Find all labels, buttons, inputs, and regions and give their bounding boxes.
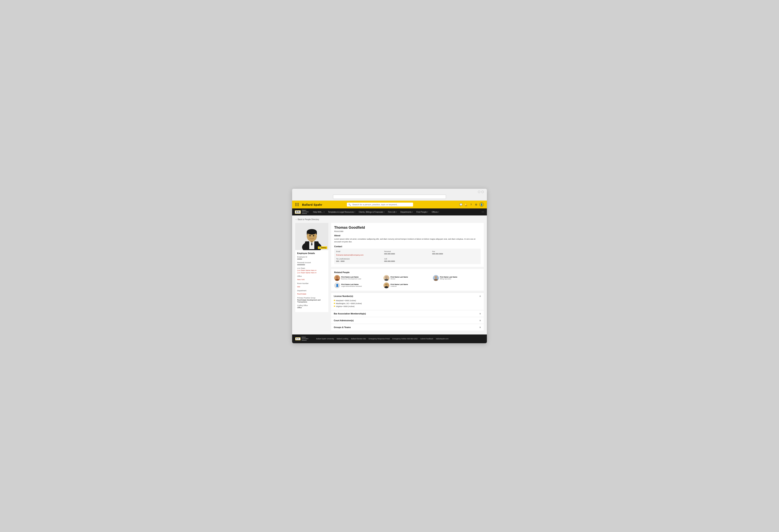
browser-window: Ballard Spahr 🔍 💬 🔔 ? ⚙ 👤 BIN BallardInf… — [292, 189, 487, 343]
chevron-icon: ▾ — [354, 211, 355, 213]
breadcrumb-bar: Back to People Directory — [292, 216, 487, 223]
bin-logo[interactable]: BIN BallardInformationNetwork — [295, 210, 309, 215]
svg-point-22 — [435, 277, 435, 277]
avatar-0 — [334, 275, 340, 281]
related-person-0[interactable]: First Name Last Name Business Developmen… — [334, 275, 382, 281]
bar-header[interactable]: Bar Association Membership(s) ∨ — [331, 310, 484, 317]
svg-point-12 — [336, 276, 339, 279]
related-person-4[interactable]: First Name Last Name Collector — [383, 283, 431, 288]
court-section: Court Admission(s) ∨ — [331, 317, 484, 324]
profile-card: Thomas Goodfield Associate About Lorem i… — [331, 223, 484, 267]
nav-item-findpeople[interactable]: Find People ▾ — [415, 209, 430, 216]
primary-practice-field: Primary Practice Group Real Estate Devel… — [297, 297, 326, 303]
related-person-2[interactable]: First Name Last Name Billing Specialist — [433, 275, 481, 281]
nav-item-departments[interactable]: Departments ▾ — [399, 209, 414, 216]
left-column: 🪪 Notary Employee Details Employee ID 00… — [295, 223, 328, 331]
chevron-icon: ▾ — [412, 211, 413, 213]
avatar-3: 👤 — [334, 283, 340, 288]
department-link[interactable]: Real Estate — [297, 293, 306, 295]
footer-link-0[interactable]: Ballard Spahr University — [316, 338, 334, 340]
office-link[interactable]: New York — [297, 279, 305, 281]
footer-link-5[interactable]: Submit Feedback — [420, 338, 433, 340]
bell-icon[interactable]: 🔔 — [464, 203, 468, 206]
svg-point-19 — [387, 277, 387, 277]
license-item-2: Virginia • 0000 (Active) — [334, 305, 481, 307]
footer-link-4: Emergency Hotline: 800-864-2252 — [393, 338, 418, 340]
license-body: Maryland • 0000 (Active) Washington, DC … — [331, 299, 484, 310]
related-people-heading: Related People — [334, 271, 481, 274]
personal-account-field: Personal Account 00000000 — [297, 261, 326, 266]
about-heading: About — [334, 234, 481, 237]
svg-point-8 — [309, 235, 311, 236]
profile-photo-wrap: 🪪 Notary — [295, 223, 328, 250]
svg-point-9 — [313, 235, 314, 236]
main-content: 🪪 Notary Employee Details Employee ID 00… — [292, 223, 487, 335]
nav-item-templates[interactable]: Templates & Legal Resources ▾ — [326, 209, 357, 216]
email-link[interactable]: firstname.lastname@company.com — [336, 254, 364, 256]
svg-point-23 — [436, 277, 436, 277]
user-icon[interactable]: 👤 — [479, 202, 484, 207]
svg-rect-6 — [307, 232, 307, 235]
svg-point-21 — [434, 279, 438, 281]
grid-icon[interactable] — [295, 203, 299, 206]
nav-item-offices[interactable]: Offices ▾ — [430, 209, 440, 216]
employee-details-box: Employee Details Employee ID 00000 Perso… — [295, 250, 328, 312]
chat-icon[interactable]: 💬 — [459, 203, 463, 206]
avatar-2 — [433, 275, 439, 281]
help-icon[interactable]: ? — [469, 203, 473, 206]
footer-link-6[interactable]: ballardspahr.com — [436, 338, 448, 340]
svg-point-20 — [434, 276, 437, 279]
footer-link-3[interactable]: Emergency Response Portal — [369, 338, 390, 340]
site-logo: Ballard Spahr — [302, 203, 322, 206]
footer-link-2[interactable]: Ballard Election Site — [351, 338, 366, 340]
nav-more-icon[interactable]: ··· — [482, 210, 484, 214]
contact-fax: Fax 000.000.0000 — [432, 250, 479, 256]
browser-dots — [295, 191, 484, 195]
room-link[interactable]: 000 — [297, 286, 300, 288]
browser-chrome — [292, 189, 487, 201]
search-input[interactable] — [347, 202, 413, 206]
svg-point-27 — [387, 284, 387, 284]
employee-id-field: Employee ID 00000 — [297, 256, 326, 260]
svg-point-26 — [385, 284, 386, 284]
footer-link-1[interactable]: Ballard LexBlog — [337, 338, 348, 340]
bar-chevron: ∨ — [479, 312, 481, 315]
settings-icon[interactable]: ⚙ — [474, 203, 478, 206]
office-field: Office New York — [297, 275, 326, 281]
license-section: License Number(s) ∧ Maryland • 0000 (Act… — [331, 293, 484, 310]
notary-icon: 🪪 — [319, 247, 321, 248]
emp-details-title: Employee Details — [297, 252, 326, 254]
court-header[interactable]: Court Admission(s) ∨ — [331, 317, 484, 324]
related-person-3[interactable]: 👤 First Name Last Name Legal Administrat… — [334, 283, 382, 288]
notary-badge: 🪪 Notary — [318, 246, 327, 249]
chevron-icon: ▾ — [396, 211, 397, 213]
svg-point-25 — [384, 286, 388, 288]
browser-dot-2[interactable] — [481, 191, 484, 193]
coding-office-field: Coding Office Office — [297, 304, 326, 308]
svg-point-18 — [385, 277, 386, 277]
breadcrumb-link[interactable]: Back to People Directory — [295, 218, 319, 221]
footer: BIN BallardInformationNetwork Ballard Sp… — [292, 335, 487, 343]
browser-dot-1[interactable] — [478, 191, 480, 193]
related-people-grid: First Name Last Name Business Developmen… — [334, 275, 481, 288]
address-bar[interactable] — [333, 195, 446, 199]
contact-grid: Email firstname.lastname@company.com Per… — [334, 248, 481, 264]
nav-item-help[interactable]: Help With... ▾ — [311, 209, 326, 216]
nav-item-firmlife[interactable]: Firm Life ▾ — [386, 209, 399, 216]
related-person-1[interactable]: First Name Last Name Mentor — [383, 275, 431, 281]
contact-heading: Contact — [334, 245, 481, 248]
nav-item-clients[interactable]: Clients, Billings & Financials ▾ — [357, 209, 386, 216]
laa-team-link-2[interactable]: LAA Team Name Here — [297, 272, 326, 274]
license-header[interactable]: License Number(s) ∧ — [331, 293, 484, 299]
license-dot — [334, 303, 335, 304]
bin-logo-text: BIN — [295, 211, 301, 214]
avatar-4 — [383, 283, 389, 288]
search-bar: 🔍 — [347, 202, 413, 206]
contact-cell: Cell 000.000.0000 — [384, 258, 431, 262]
groups-header[interactable]: Groups & Teams ∨ — [331, 324, 484, 331]
chevron-icon: ▾ — [384, 211, 384, 213]
footer-bin-subtitle: BallardInformationNetwork — [302, 337, 308, 341]
nav-bar: BIN BallardInformationNetwork Help With.… — [292, 209, 487, 216]
accordion: License Number(s) ∧ Maryland • 0000 (Act… — [331, 293, 484, 331]
laa-team-link-1[interactable]: LAA Team Name Here — [297, 270, 326, 271]
